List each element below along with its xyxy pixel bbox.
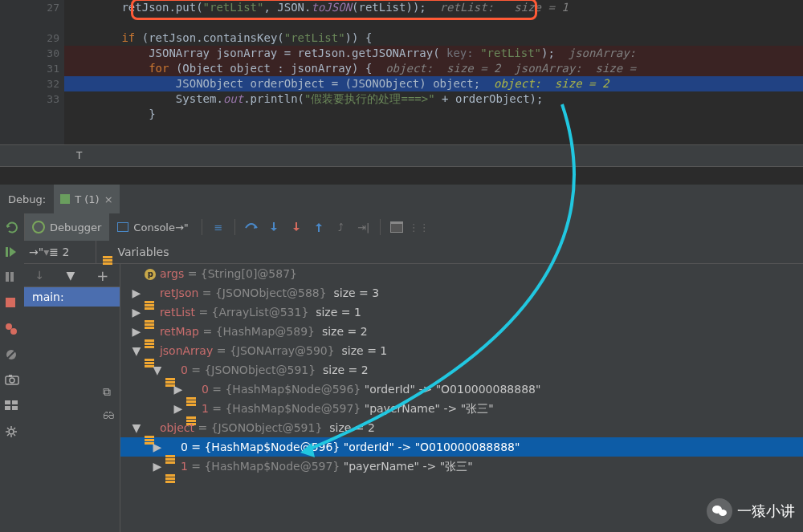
variable-node[interactable]: ▼ 0 = {JSONObject@591} size = 2 <box>120 360 803 380</box>
debug-icon <box>32 221 45 234</box>
filter-icon[interactable]: ▼ <box>66 269 75 282</box>
variable-node[interactable]: ▶ 1 = {HashMap$Node@597} "payerName" -> … <box>120 399 803 418</box>
mute-breakpoints-icon[interactable] <box>5 348 19 363</box>
variable-node[interactable]: ▶ retMap = {HashMap@589} size = 2 <box>120 322 803 341</box>
divider <box>202 219 202 235</box>
object-icon <box>165 367 177 375</box>
svg-rect-14 <box>5 400 10 404</box>
code-line[interactable]: retJson.put("retList", JSON.toJSON(retLi… <box>64 0 803 15</box>
copy-icon[interactable]: ⧉ <box>103 385 114 399</box>
variable-node[interactable]: ▶ 0 = {HashMap$Node@596} "orderId" -> "O… <box>120 380 803 399</box>
glasses-icon[interactable]: 👓︎ <box>103 410 114 423</box>
twistie-icon[interactable]: ▶ <box>132 283 141 303</box>
drop-frame-icon[interactable]: ⤴ <box>333 219 349 235</box>
variable-node[interactable]: ▼ object = {JSONObject@591} size = 2 <box>120 418 803 437</box>
svg-rect-16 <box>5 406 10 410</box>
step-out-icon[interactable] <box>311 219 327 235</box>
code-line[interactable] <box>64 15 803 30</box>
editor-tabstrip[interactable]: T <box>0 144 803 167</box>
debug-label: Debug: <box>0 193 54 205</box>
code-line[interactable]: if (retJson.containsKey("retList")) { <box>64 30 803 46</box>
editor-tab-label[interactable]: T <box>76 150 82 161</box>
tab-debugger[interactable]: Debugger <box>24 213 109 241</box>
svg-rect-13 <box>9 375 12 377</box>
line-number[interactable]: 29 <box>0 30 59 46</box>
svg-line-26 <box>14 428 15 429</box>
code-line[interactable]: } <box>64 107 803 122</box>
debug-toolwindow-bar: Debug: T (1) × <box>0 185 803 214</box>
editor-gutter[interactable]: 27 29 30 31 32 33 <box>0 0 64 144</box>
run-to-cursor-icon[interactable]: ⇥| <box>356 219 372 235</box>
layout-icon[interactable] <box>5 400 19 414</box>
code-area[interactable]: retJson.put("retList", JSON.toJSON(retLi… <box>64 0 803 122</box>
twistie-icon[interactable]: ▶ <box>173 380 183 399</box>
twistie-icon[interactable]: ▶ <box>153 457 162 476</box>
debug-session-tab[interactable]: T (1) × <box>54 185 119 213</box>
variable-node[interactable]: ▶ retList = {ArrayList@531} size = 1 <box>120 303 803 322</box>
svg-point-7 <box>6 323 12 330</box>
line-number[interactable]: 31 <box>0 61 59 76</box>
twistie-icon[interactable]: ▶ <box>132 303 141 322</box>
variables-panel: →" ▾≣ 2 Variables ↓ ▼ + main: p args = {… <box>24 241 803 532</box>
view-breakpoints-icon[interactable] <box>5 323 19 337</box>
settings-icon[interactable] <box>5 425 19 440</box>
resume-icon[interactable] <box>5 246 19 260</box>
variable-node[interactable]: ▼ jsonArray = {JSONArray@590} size = 1 <box>120 341 803 360</box>
twistie-icon[interactable]: ▶ <box>173 399 183 418</box>
watermark: 一猿小讲 <box>707 498 795 524</box>
frame-row[interactable]: main: <box>24 287 120 307</box>
variable-node[interactable]: ▶ 0 = {HashMap$Node@596} "orderId" -> "O… <box>120 437 803 457</box>
add-icon[interactable]: + <box>96 267 108 284</box>
svg-rect-5 <box>10 272 14 282</box>
step-into-icon[interactable] <box>266 219 282 235</box>
variables-tree[interactable]: p args = {String[0]@587}▶ retJson = {JSO… <box>120 264 803 532</box>
object-icon <box>145 290 156 298</box>
svg-rect-3 <box>6 247 8 257</box>
variables-header: →" ▾≣ 2 Variables <box>24 241 803 264</box>
code-line-current[interactable]: JSONObject orderObject = (JSONObject) ob… <box>64 76 803 91</box>
run-config-icon <box>60 194 70 204</box>
twistie-icon[interactable]: ▼ <box>132 341 141 360</box>
object-icon <box>165 444 177 452</box>
code-editor[interactable]: 27 29 30 31 32 33 retJson.put("retList",… <box>0 0 803 144</box>
twistie-icon[interactable]: ▼ <box>153 360 162 380</box>
line-number[interactable] <box>0 107 59 122</box>
svg-point-12 <box>10 378 14 383</box>
close-icon[interactable]: × <box>104 193 113 205</box>
step-over-icon[interactable] <box>243 219 259 235</box>
variables-title: Variables <box>96 246 169 258</box>
twistie-icon[interactable] <box>132 264 141 283</box>
tab-console[interactable]: Console →" <box>109 213 196 241</box>
line-number[interactable]: 32 <box>0 76 59 91</box>
step-down-icon[interactable]: ↓ <box>35 269 45 282</box>
twistie-icon[interactable]: ▼ <box>132 418 141 437</box>
line-number[interactable]: 30 <box>0 46 59 61</box>
variable-node[interactable]: ▶ 1 = {HashMap$Node@597} "payerName" -> … <box>120 457 803 476</box>
code-line[interactable]: for (Object object : jsonArray) { object… <box>64 61 803 76</box>
rerun-icon[interactable] <box>5 220 19 234</box>
object-icon <box>145 328 156 336</box>
debug-left-rail <box>0 213 25 532</box>
svg-line-25 <box>7 434 9 436</box>
svg-rect-6 <box>6 298 15 307</box>
wechat-icon <box>707 498 732 524</box>
more-icon[interactable]: ≡ <box>210 219 226 235</box>
twistie-icon[interactable]: ▶ <box>153 437 162 457</box>
object-icon <box>145 347 156 355</box>
variable-node[interactable]: p args = {String[0]@587} <box>120 264 803 283</box>
stop-icon[interactable] <box>5 297 19 311</box>
twistie-icon[interactable]: ▶ <box>132 322 141 341</box>
trace-icon[interactable]: ⋮⋮ <box>411 219 427 235</box>
code-line[interactable]: System.out.println("假装要执行的处理===>" + orde… <box>64 91 803 107</box>
camera-icon[interactable] <box>5 374 19 388</box>
line-number[interactable]: 27 <box>0 0 59 15</box>
frames-header[interactable]: →" ▾≣ 2 <box>24 241 96 263</box>
line-number[interactable] <box>0 15 59 30</box>
evaluate-icon[interactable] <box>389 219 405 235</box>
svg-rect-4 <box>6 272 9 282</box>
line-number[interactable]: 33 <box>0 91 59 107</box>
force-step-into-icon[interactable] <box>288 219 304 235</box>
code-line[interactable]: JSONArray jsonArray = retJson.getJSONArr… <box>64 46 803 61</box>
pause-icon[interactable] <box>5 271 19 286</box>
variable-node[interactable]: ▶ retJson = {JSONObject@588} size = 3 <box>120 283 803 303</box>
